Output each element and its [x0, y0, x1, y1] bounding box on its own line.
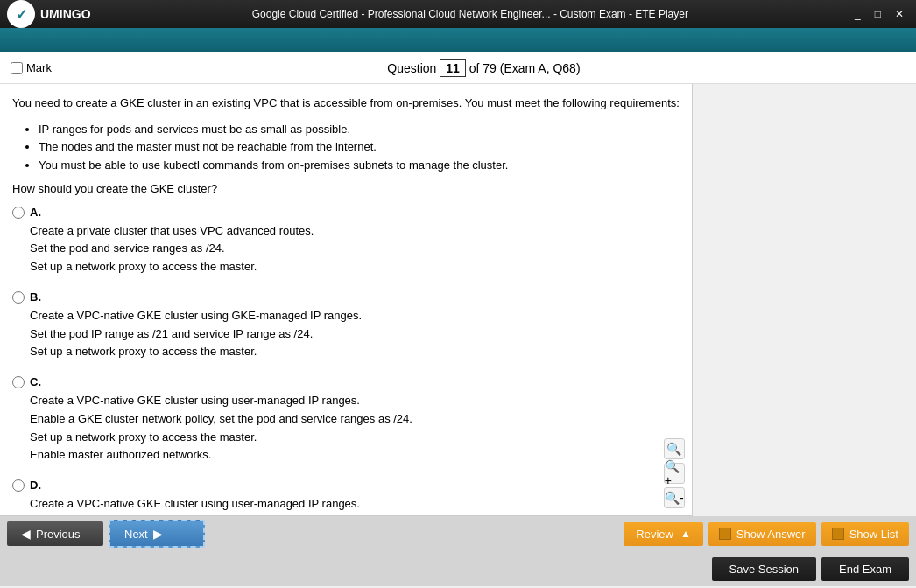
next-arrow-icon: ▶: [153, 527, 163, 541]
option-a-content: A. Create a private cluster that uses VP…: [30, 204, 314, 276]
prev-arrow-icon: ◀: [21, 527, 31, 541]
requirement-2: The nodes and the master must not be rea…: [39, 138, 680, 157]
end-exam-button[interactable]: End Exam: [821, 557, 909, 581]
next-label: Next: [124, 528, 148, 541]
window-controls[interactable]: _ □ ✕: [849, 6, 909, 22]
option-a-radio[interactable]: [12, 206, 25, 219]
option-a-label: A.: [30, 206, 41, 219]
requirements-list: IP ranges for pods and services must be …: [30, 121, 680, 175]
mark-label: Mark: [26, 61, 52, 74]
zoom-icons: 🔍 🔍+ 🔍-: [664, 438, 685, 508]
review-label: Review: [636, 528, 673, 541]
option-a: A. Create a private cluster that uses VP…: [12, 204, 680, 276]
option-c: C. Create a VPC-native GKE cluster using…: [12, 374, 680, 465]
maximize-button[interactable]: □: [870, 6, 886, 22]
option-d: D. Create a VPC-native GKE cluster using…: [12, 477, 680, 516]
zoom-in-icon[interactable]: 🔍+: [664, 463, 685, 484]
search-icon[interactable]: 🔍: [664, 438, 685, 459]
how-text: How should you create the GKE cluster?: [12, 182, 680, 195]
main-content: You need to create a GKE cluster in an e…: [0, 84, 692, 516]
option-b-text: Create a VPC-native GKE cluster using GK…: [30, 307, 362, 361]
title-bar-left: ✓ UMINGO: [7, 0, 91, 28]
option-d-label: D.: [30, 479, 41, 492]
header-bar: [0, 28, 916, 52]
show-answer-checkbox-icon: [719, 528, 731, 540]
requirement-3: You must be able to use kubectl commands…: [39, 157, 680, 175]
option-d-content: D. Create a VPC-native GKE cluster using…: [30, 477, 360, 516]
window-title: Google Cloud Certified - Professional Cl…: [91, 8, 850, 20]
option-c-content: C. Create a VPC-native GKE cluster using…: [30, 374, 412, 465]
zoom-out-icon[interactable]: 🔍-: [664, 487, 685, 508]
mark-checkbox-input[interactable]: [11, 62, 23, 74]
option-b-label: B.: [30, 290, 41, 304]
previous-label: Previous: [36, 528, 81, 541]
question-header: Mark Question 11 of 79 (Exam A, Q68): [0, 52, 916, 84]
option-d-text: Create a VPC-native GKE cluster using us…: [30, 495, 360, 516]
option-a-text: Create a private cluster that uses VPC a…: [30, 222, 314, 276]
option-b-content: B. Create a VPC-native GKE cluster using…: [30, 289, 362, 361]
question-number-area: Question 11 of 79 (Exam A, Q68): [62, 60, 905, 77]
end-exam-label: End Exam: [839, 563, 891, 576]
previous-button[interactable]: ◀ Previous: [7, 522, 103, 546]
option-d-radio[interactable]: [12, 480, 25, 492]
show-list-button[interactable]: Show List: [821, 522, 909, 546]
save-session-label: Save Session: [729, 563, 800, 576]
toolbar-row2: Save Session End Exam: [0, 551, 916, 586]
minimize-button[interactable]: _: [849, 6, 866, 22]
review-arrow-icon: ▲: [680, 528, 691, 540]
question-label: Question: [387, 61, 436, 75]
toolbar-row1: ◀ Previous Next ▶ Review ▲ Show Answer S…: [0, 516, 916, 551]
option-b-radio[interactable]: [12, 291, 25, 304]
show-answer-button[interactable]: Show Answer: [708, 522, 816, 546]
option-c-text: Create a VPC-native GKE cluster using us…: [30, 392, 412, 465]
scrollbar[interactable]: [692, 84, 706, 516]
next-button[interactable]: Next ▶: [109, 520, 205, 548]
question-num-box: 11: [440, 60, 466, 77]
logo-icon: ✓: [7, 0, 35, 28]
option-c-label: C.: [30, 375, 41, 388]
review-button[interactable]: Review ▲: [624, 522, 703, 546]
content-wrapper: You need to create a GKE cluster in an e…: [0, 84, 916, 516]
show-answer-label: Show Answer: [736, 528, 806, 541]
close-button[interactable]: ✕: [890, 6, 909, 22]
option-c-radio[interactable]: [12, 376, 25, 388]
show-list-label: Show List: [849, 528, 898, 541]
logo-area: ✓ UMINGO: [7, 0, 91, 28]
save-session-button[interactable]: Save Session: [712, 557, 817, 581]
title-bar: ✓ UMINGO Google Cloud Certified - Profes…: [0, 0, 916, 28]
question-of-text: of 79 (Exam A, Q68): [469, 61, 581, 75]
requirement-1: IP ranges for pods and services must be …: [39, 121, 680, 139]
logo-text: UMINGO: [40, 7, 91, 21]
bottom-toolbar: ◀ Previous Next ▶ Review ▲ Show Answer S…: [0, 516, 916, 586]
show-list-checkbox-icon: [832, 528, 844, 540]
question-intro: You need to create a GKE cluster in an e…: [12, 94, 680, 112]
option-b: B. Create a VPC-native GKE cluster using…: [12, 289, 680, 361]
mark-checkbox[interactable]: Mark: [11, 61, 52, 74]
